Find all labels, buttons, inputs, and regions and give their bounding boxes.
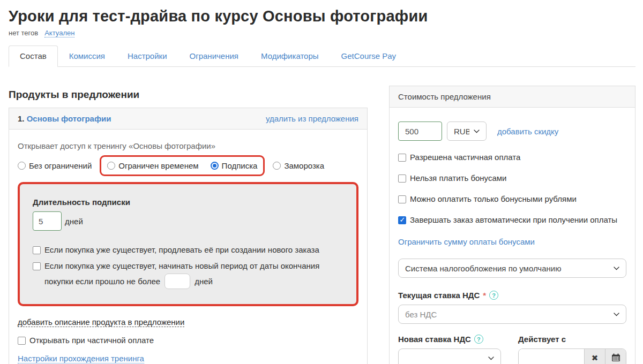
current-vat-select[interactable]: без НДС bbox=[398, 305, 626, 324]
checkbox-box[interactable] bbox=[398, 195, 406, 203]
radio-circle[interactable] bbox=[18, 162, 26, 170]
radio-circle[interactable] bbox=[211, 162, 219, 170]
products-heading: Продукты в предложении bbox=[9, 89, 368, 101]
tax-system-select[interactable]: Система налогообложения по умолчанию bbox=[398, 259, 626, 278]
tab-modifikatory[interactable]: Модификаторы bbox=[250, 46, 330, 67]
status-link[interactable]: Актуален bbox=[44, 29, 74, 37]
radio-circle[interactable] bbox=[107, 162, 115, 170]
subscription-duration-label: Длительность подписки bbox=[33, 198, 343, 207]
valid-from-field: Действует с ✖ bbox=[518, 335, 626, 364]
price-panel: Стоимость предложения RUB добавить скидк… bbox=[389, 86, 635, 364]
checkbox-box[interactable] bbox=[33, 246, 41, 254]
checkbox-label: Если покупка уже существует, продлевать … bbox=[44, 245, 319, 254]
checkbox-open-on-partial-payment[interactable]: Открывать при частичной оплате bbox=[18, 336, 358, 345]
currency-select[interactable]: RUB bbox=[447, 122, 487, 141]
radio-freeze[interactable]: Заморозка bbox=[273, 161, 324, 170]
access-type-radio-group: Без ограничений Ограничен временем Подпи… bbox=[18, 161, 358, 170]
radio-time-limited[interactable]: Ограничен временем bbox=[107, 161, 198, 170]
checkbox-box[interactable] bbox=[398, 175, 406, 183]
close-icon: ✖ bbox=[592, 353, 599, 363]
add-discount-link[interactable]: добавить скидку bbox=[497, 127, 558, 136]
max-days-input[interactable] bbox=[165, 274, 190, 289]
tab-getcourse-pay[interactable]: GetCourse Pay bbox=[330, 46, 408, 67]
offer-meta: нет теговАктуален bbox=[9, 29, 635, 37]
training-settings-row: Настройки прохождения тренинга bbox=[18, 354, 358, 364]
product-title: 1. Основы фотографии bbox=[18, 114, 111, 123]
duration-unit-label: дней bbox=[65, 217, 83, 226]
tags-label: нет тегов bbox=[9, 29, 38, 37]
add-description-row: добавить описание продукта в предложении bbox=[18, 317, 358, 327]
clear-date-button[interactable]: ✖ bbox=[584, 349, 605, 364]
content: Продукты в предложении 1. Основы фотогра… bbox=[9, 67, 635, 364]
chevron-down-icon bbox=[614, 313, 619, 316]
current-vat-value: без НДС bbox=[405, 310, 609, 319]
checkbox-only-bonus-rubles[interactable]: Можно оплатить только бонусными рублями bbox=[398, 194, 626, 203]
valid-from-label-row: Действует с bbox=[518, 335, 626, 344]
tab-ogranicheniya[interactable]: Ограничения bbox=[178, 46, 250, 67]
limit-bonus-payment-link[interactable]: Ограничить сумму оплаты бонусами bbox=[398, 237, 535, 246]
new-vat-select[interactable] bbox=[398, 348, 501, 364]
required-mark: * bbox=[483, 291, 486, 300]
new-vat-label: Новая ставка НДС bbox=[398, 335, 471, 344]
currency-value: RUB bbox=[454, 127, 469, 136]
checkbox-label: Разрешена частичная оплата bbox=[410, 153, 520, 162]
offer-edit-page: Уроки для тест-драйва по курсу Основы фо… bbox=[0, 0, 643, 364]
radio-subscription[interactable]: Подписка bbox=[211, 161, 258, 170]
radio-no-limits[interactable]: Без ограничений bbox=[18, 161, 92, 170]
tab-sostav[interactable]: Состав bbox=[9, 46, 58, 67]
subscription-settings-box: Длительность подписки дней Если покупка … bbox=[18, 182, 358, 306]
chevron-down-icon bbox=[474, 130, 480, 133]
checkbox-label: Завершать заказ автоматически при получе… bbox=[410, 215, 617, 224]
checkbox-new-period[interactable]: Если покупка уже существует, начинать но… bbox=[33, 261, 343, 270]
help-icon[interactable]: ? bbox=[489, 291, 498, 300]
product-panel-body: Открывает доступ к тренингу «Основы фото… bbox=[9, 130, 367, 364]
subscription-duration-input[interactable] bbox=[33, 211, 62, 231]
checkbox-box[interactable] bbox=[398, 154, 406, 162]
remove-from-offer-link[interactable]: удалить из предложения bbox=[266, 114, 358, 123]
checkbox-box[interactable] bbox=[18, 337, 26, 345]
calendar-button[interactable] bbox=[605, 349, 626, 364]
tab-nastroyki[interactable]: Настройки bbox=[116, 46, 178, 67]
duration-row: дней bbox=[33, 211, 343, 231]
valid-from-label: Действует с bbox=[518, 335, 566, 344]
checkbox-auto-complete-order[interactable]: Завершать заказ автоматически при получе… bbox=[398, 215, 626, 224]
annotation-box-radios: Ограничен временем Подписка bbox=[100, 155, 265, 176]
valid-from-input-group: ✖ bbox=[518, 348, 626, 364]
checkbox-label: Если покупка уже существует, начинать но… bbox=[44, 261, 319, 270]
checkbox-partial-payment-allowed[interactable]: Разрешена частичная оплата bbox=[398, 153, 626, 162]
new-vat-field: Новая ставка НДС ? bbox=[398, 335, 501, 364]
price-input[interactable] bbox=[398, 122, 442, 141]
product-name-link[interactable]: Основы фотографии bbox=[27, 114, 111, 123]
checkbox-prolong-purchase[interactable]: Если покупка уже существует, продлевать … bbox=[33, 245, 343, 254]
tab-bar: Состав Комиссия Настройки Ограничения Мо… bbox=[9, 46, 635, 67]
tax-system-value: Система налогообложения по умолчанию bbox=[405, 264, 609, 273]
add-product-description-link[interactable]: добавить описание продукта в предложении bbox=[18, 317, 184, 327]
price-panel-header: Стоимость предложения bbox=[390, 86, 635, 108]
product-description: Открывает доступ к тренингу «Основы фото… bbox=[18, 141, 358, 150]
checkbox-no-bonus-payment[interactable]: Нельзя платить бонусами bbox=[398, 173, 626, 183]
radio-label: Заморозка bbox=[284, 161, 324, 170]
help-icon[interactable]: ? bbox=[474, 335, 483, 344]
tab-komissiya[interactable]: Комиссия bbox=[58, 46, 116, 67]
new-period-suffix: дней bbox=[195, 277, 213, 286]
radio-label: Без ограничений bbox=[29, 161, 92, 170]
new-period-prefix: покупки если прошло не более bbox=[44, 277, 160, 286]
checkbox-label: Открывать при частичной оплате bbox=[29, 336, 154, 345]
radio-label: Подписка bbox=[222, 161, 258, 170]
training-settings-link[interactable]: Настройки прохождения тренинга bbox=[18, 354, 144, 363]
products-column: Продукты в предложении 1. Основы фотогра… bbox=[9, 67, 368, 364]
price-column: Стоимость предложения RUB добавить скидк… bbox=[389, 86, 635, 364]
current-vat-label-row: Текущая ставка НДС * ? bbox=[398, 291, 626, 300]
valid-from-date-input[interactable] bbox=[519, 349, 584, 364]
current-vat-label: Текущая ставка НДС bbox=[398, 291, 480, 300]
checkbox-box[interactable] bbox=[398, 216, 406, 224]
page-title: Уроки для тест-драйва по курсу Основы фо… bbox=[9, 7, 635, 25]
price-panel-body: RUB добавить скидку Разрешена частичная … bbox=[390, 108, 635, 364]
radio-circle[interactable] bbox=[273, 162, 281, 170]
product-index: 1. bbox=[18, 114, 25, 123]
price-panel-title: Стоимость предложения bbox=[398, 92, 491, 101]
new-period-line2: покупки если прошло не более дней bbox=[44, 274, 343, 289]
checkbox-box[interactable] bbox=[33, 262, 41, 270]
radio-label: Ограничен временем bbox=[118, 161, 198, 170]
chevron-down-icon bbox=[614, 267, 619, 270]
